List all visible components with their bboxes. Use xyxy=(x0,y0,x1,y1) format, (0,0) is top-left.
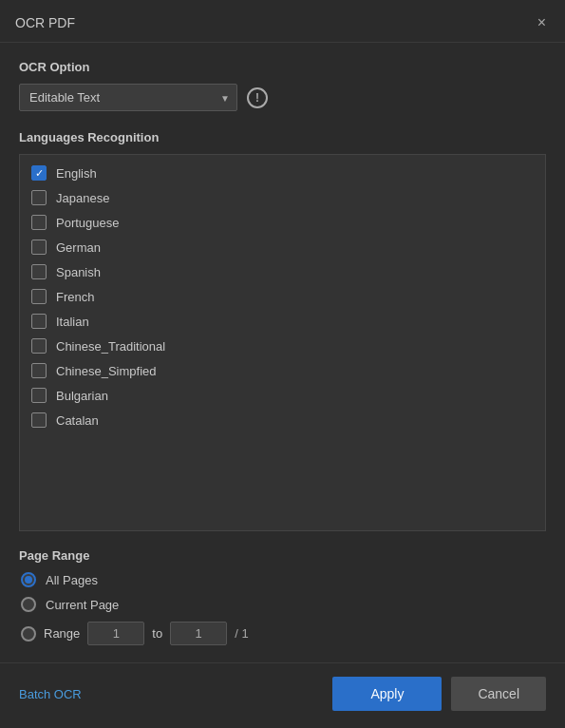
language-checkbox xyxy=(31,388,47,403)
languages-label: Languages Recognition xyxy=(19,130,546,144)
dialog-title: OCR PDF xyxy=(15,15,75,30)
batch-ocr-button[interactable]: Batch OCR xyxy=(19,687,82,701)
language-label: Spanish xyxy=(56,265,101,279)
languages-list-wrapper: EnglishJapanesePortugueseGermanSpanishFr… xyxy=(19,154,546,531)
dialog-content: OCR Option Editable Text Searchable PDF … xyxy=(0,43,565,662)
footer: Batch OCR Apply Cancel xyxy=(0,662,565,728)
apply-button[interactable]: Apply xyxy=(332,677,442,711)
language-item[interactable]: Spanish xyxy=(20,259,545,284)
language-checkbox xyxy=(31,215,47,230)
info-icon[interactable]: ! xyxy=(247,87,268,108)
language-item[interactable]: Chinese_Traditional xyxy=(20,334,545,358)
ocr-pdf-dialog: OCR PDF × OCR Option Editable Text Searc… xyxy=(0,0,565,728)
close-button[interactable]: × xyxy=(534,13,550,32)
radio-group: All Pages Current Page Range to / 1 xyxy=(19,572,546,645)
language-label: Bulgarian xyxy=(56,389,108,403)
language-checkbox xyxy=(31,239,47,255)
language-item[interactable]: Chinese_Simpfied xyxy=(20,358,545,383)
language-item[interactable]: French xyxy=(20,284,545,309)
ocr-option-select-wrapper: Editable Text Searchable PDF Image Only … xyxy=(19,84,237,111)
range-to-label: to xyxy=(152,626,162,641)
language-item[interactable]: Bulgarian xyxy=(20,383,545,408)
language-item[interactable]: Italian xyxy=(20,309,545,334)
footer-buttons: Apply Cancel xyxy=(332,677,546,711)
language-label: Portuguese xyxy=(56,216,120,230)
language-checkbox xyxy=(31,338,47,354)
language-label: German xyxy=(56,240,101,255)
language-item[interactable]: English xyxy=(20,161,545,185)
radio-all-pages-circle xyxy=(21,572,36,587)
language-checkbox xyxy=(31,412,47,428)
radio-current-page-circle xyxy=(21,597,36,612)
radio-all-pages[interactable]: All Pages xyxy=(21,572,546,587)
ocr-option-select[interactable]: Editable Text Searchable PDF Image Only … xyxy=(19,84,237,111)
radio-range-circle xyxy=(21,626,36,642)
radio-all-pages-label: All Pages xyxy=(46,573,98,587)
ocr-option-row: Editable Text Searchable PDF Image Only … xyxy=(19,84,546,111)
radio-current-page-label: Current Page xyxy=(46,598,119,612)
languages-section: Languages Recognition EnglishJapanesePor… xyxy=(19,130,546,531)
language-checkbox xyxy=(31,264,47,279)
language-label: Japanese xyxy=(56,191,109,205)
language-label: Chinese_Simpfied xyxy=(56,364,157,378)
radio-range-label: Range xyxy=(44,626,80,641)
language-label: English xyxy=(56,166,97,181)
language-item[interactable]: German xyxy=(20,235,545,259)
range-total: / 1 xyxy=(235,626,248,641)
page-range-label: Page Range xyxy=(19,548,546,563)
range-from-input[interactable] xyxy=(87,622,144,645)
language-item[interactable]: Catalan xyxy=(20,408,545,432)
page-range-section: Page Range All Pages Current Page Range … xyxy=(19,548,546,645)
languages-list: EnglishJapanesePortugueseGermanSpanishFr… xyxy=(19,154,546,531)
language-item[interactable]: Japanese xyxy=(20,185,545,210)
radio-range[interactable]: Range to / 1 xyxy=(21,622,546,645)
language-label: French xyxy=(56,290,94,304)
cancel-button[interactable]: Cancel xyxy=(451,677,546,711)
language-checkbox xyxy=(31,314,47,329)
language-label: Italian xyxy=(56,315,89,329)
language-item[interactable]: Portuguese xyxy=(20,210,545,235)
range-to-input[interactable] xyxy=(170,622,227,645)
title-bar: OCR PDF × xyxy=(0,0,565,43)
language-label: Chinese_Traditional xyxy=(56,339,165,354)
language-checkbox xyxy=(31,165,47,181)
ocr-option-label: OCR Option xyxy=(19,60,546,74)
language-checkbox xyxy=(31,363,47,378)
language-checkbox xyxy=(31,190,47,205)
radio-current-page[interactable]: Current Page xyxy=(21,597,546,612)
language-checkbox xyxy=(31,289,47,304)
language-label: Catalan xyxy=(56,413,99,428)
